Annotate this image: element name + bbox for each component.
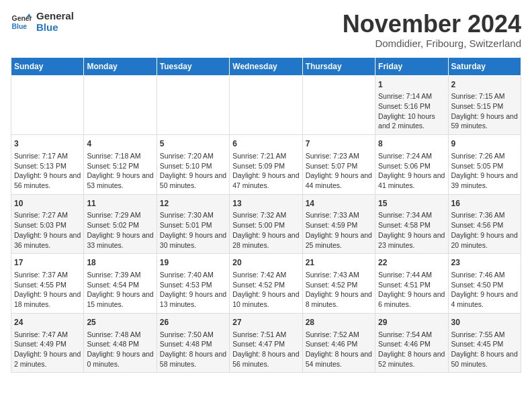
calendar-header-row: SundayMondayTuesdayWednesdayThursdayFrid…: [11, 57, 521, 75]
calendar-cell: [11, 75, 84, 135]
location-subtitle: Domdidier, Fribourg, Switzerland: [343, 38, 521, 49]
cell-content: Sunrise: 7:40 AM Sunset: 4:53 PM Dayligh…: [160, 270, 226, 310]
cell-content: Sunrise: 7:50 AM Sunset: 4:48 PM Dayligh…: [160, 330, 226, 369]
day-number: 30: [451, 317, 518, 328]
calendar-cell: 18Sunrise: 7:39 AM Sunset: 4:54 PM Dayli…: [84, 254, 157, 314]
day-number: 5: [160, 138, 226, 150]
day-number: 7: [306, 138, 372, 150]
calendar-cell: 10Sunrise: 7:27 AM Sunset: 5:03 PM Dayli…: [11, 194, 84, 254]
cell-content: Sunrise: 7:34 AM Sunset: 4:58 PM Dayligh…: [378, 210, 445, 250]
cell-content: Sunrise: 7:27 AM Sunset: 5:03 PM Dayligh…: [14, 210, 81, 250]
day-number: 17: [14, 257, 81, 269]
day-number: 18: [87, 257, 153, 269]
day-number: 13: [232, 198, 299, 210]
calendar-cell: 26Sunrise: 7:50 AM Sunset: 4:48 PM Dayli…: [157, 313, 229, 373]
cell-content: Sunrise: 7:43 AM Sunset: 4:52 PM Dayligh…: [306, 270, 372, 310]
day-number: 23: [451, 257, 518, 269]
weekday-header-friday: Friday: [375, 57, 448, 75]
calendar-cell: [302, 75, 375, 135]
logo-icon: General Blue: [11, 11, 32, 33]
calendar-cell: 27Sunrise: 7:51 AM Sunset: 4:47 PM Dayli…: [230, 313, 302, 373]
calendar-cell: 24Sunrise: 7:47 AM Sunset: 4:49 PM Dayli…: [11, 313, 84, 373]
calendar-cell: [230, 75, 302, 135]
svg-text:Blue: Blue: [12, 22, 28, 30]
calendar-cell: 29Sunrise: 7:54 AM Sunset: 4:46 PM Dayli…: [375, 313, 448, 373]
calendar-cell: 4Sunrise: 7:18 AM Sunset: 5:12 PM Daylig…: [84, 135, 157, 195]
day-number: 8: [378, 138, 445, 150]
cell-content: Sunrise: 7:46 AM Sunset: 4:50 PM Dayligh…: [451, 270, 518, 310]
calendar-cell: 16Sunrise: 7:36 AM Sunset: 4:56 PM Dayli…: [448, 194, 521, 254]
calendar-week-row: 3Sunrise: 7:17 AM Sunset: 5:13 PM Daylig…: [11, 135, 521, 195]
cell-content: Sunrise: 7:48 AM Sunset: 4:48 PM Dayligh…: [87, 330, 153, 369]
calendar-cell: [84, 75, 157, 135]
calendar-cell: 7Sunrise: 7:23 AM Sunset: 5:07 PM Daylig…: [302, 135, 375, 195]
day-number: 3: [14, 138, 81, 150]
cell-content: Sunrise: 7:37 AM Sunset: 4:55 PM Dayligh…: [14, 270, 81, 310]
calendar-cell: 8Sunrise: 7:24 AM Sunset: 5:06 PM Daylig…: [375, 135, 448, 195]
month-title: November 2024: [343, 11, 521, 38]
weekday-header-sunday: Sunday: [11, 57, 84, 75]
cell-content: Sunrise: 7:30 AM Sunset: 5:01 PM Dayligh…: [160, 210, 226, 250]
calendar-cell: 5Sunrise: 7:20 AM Sunset: 5:10 PM Daylig…: [157, 135, 229, 195]
calendar-cell: 25Sunrise: 7:48 AM Sunset: 4:48 PM Dayli…: [84, 313, 157, 373]
day-number: 29: [378, 317, 445, 328]
logo-blue: Blue: [36, 22, 74, 34]
calendar-cell: 11Sunrise: 7:29 AM Sunset: 5:02 PM Dayli…: [84, 194, 157, 254]
cell-content: Sunrise: 7:36 AM Sunset: 4:56 PM Dayligh…: [451, 210, 518, 250]
calendar-cell: 2Sunrise: 7:15 AM Sunset: 5:15 PM Daylig…: [448, 75, 521, 135]
day-number: 25: [87, 317, 153, 328]
cell-content: Sunrise: 7:23 AM Sunset: 5:07 PM Dayligh…: [306, 151, 372, 191]
day-number: 1: [378, 79, 445, 91]
title-block: November 2024 Domdidier, Fribourg, Switz…: [343, 11, 521, 49]
day-number: 26: [160, 317, 226, 328]
cell-content: Sunrise: 7:14 AM Sunset: 5:16 PM Dayligh…: [378, 91, 445, 131]
calendar-cell: 20Sunrise: 7:42 AM Sunset: 4:52 PM Dayli…: [230, 254, 302, 314]
cell-content: Sunrise: 7:24 AM Sunset: 5:06 PM Dayligh…: [378, 151, 445, 191]
calendar-week-row: 17Sunrise: 7:37 AM Sunset: 4:55 PM Dayli…: [11, 254, 521, 314]
cell-content: Sunrise: 7:39 AM Sunset: 4:54 PM Dayligh…: [87, 270, 153, 310]
calendar-cell: [157, 75, 229, 135]
calendar-cell: 17Sunrise: 7:37 AM Sunset: 4:55 PM Dayli…: [11, 254, 84, 314]
cell-content: Sunrise: 7:21 AM Sunset: 5:09 PM Dayligh…: [232, 151, 299, 191]
calendar-cell: 12Sunrise: 7:30 AM Sunset: 5:01 PM Dayli…: [157, 194, 229, 254]
calendar-week-row: 10Sunrise: 7:27 AM Sunset: 5:03 PM Dayli…: [11, 194, 521, 254]
day-number: 15: [378, 198, 445, 210]
day-number: 10: [14, 198, 81, 210]
calendar-cell: 21Sunrise: 7:43 AM Sunset: 4:52 PM Dayli…: [302, 254, 375, 314]
day-number: 6: [232, 138, 299, 150]
weekday-header-wednesday: Wednesday: [230, 57, 302, 75]
cell-content: Sunrise: 7:52 AM Sunset: 4:46 PM Dayligh…: [306, 330, 372, 369]
cell-content: Sunrise: 7:32 AM Sunset: 5:00 PM Dayligh…: [232, 210, 299, 250]
logo-general: General: [36, 11, 74, 22]
calendar-cell: 14Sunrise: 7:33 AM Sunset: 4:59 PM Dayli…: [302, 194, 375, 254]
day-number: 27: [232, 317, 299, 328]
calendar-cell: 15Sunrise: 7:34 AM Sunset: 4:58 PM Dayli…: [375, 194, 448, 254]
calendar-cell: 13Sunrise: 7:32 AM Sunset: 5:00 PM Dayli…: [230, 194, 302, 254]
cell-content: Sunrise: 7:33 AM Sunset: 4:59 PM Dayligh…: [306, 210, 372, 250]
day-number: 2: [451, 79, 518, 91]
calendar-cell: 23Sunrise: 7:46 AM Sunset: 4:50 PM Dayli…: [448, 254, 521, 314]
day-number: 4: [87, 138, 153, 150]
calendar-cell: 3Sunrise: 7:17 AM Sunset: 5:13 PM Daylig…: [11, 135, 84, 195]
day-number: 24: [14, 317, 81, 328]
day-number: 28: [306, 317, 372, 328]
calendar-cell: 9Sunrise: 7:26 AM Sunset: 5:05 PM Daylig…: [448, 135, 521, 195]
calendar-cell: 28Sunrise: 7:52 AM Sunset: 4:46 PM Dayli…: [302, 313, 375, 373]
weekday-header-tuesday: Tuesday: [157, 57, 229, 75]
day-number: 20: [232, 257, 299, 269]
day-number: 14: [306, 198, 372, 210]
day-number: 16: [451, 198, 518, 210]
cell-content: Sunrise: 7:54 AM Sunset: 4:46 PM Dayligh…: [378, 330, 445, 369]
calendar-table: SundayMondayTuesdayWednesdayThursdayFrid…: [11, 57, 521, 373]
cell-content: Sunrise: 7:15 AM Sunset: 5:15 PM Dayligh…: [451, 91, 518, 131]
weekday-header-monday: Monday: [84, 57, 157, 75]
cell-content: Sunrise: 7:44 AM Sunset: 4:51 PM Dayligh…: [378, 270, 445, 310]
cell-content: Sunrise: 7:47 AM Sunset: 4:49 PM Dayligh…: [14, 330, 81, 369]
calendar-week-row: 24Sunrise: 7:47 AM Sunset: 4:49 PM Dayli…: [11, 313, 521, 373]
weekday-header-thursday: Thursday: [302, 57, 375, 75]
calendar-cell: 19Sunrise: 7:40 AM Sunset: 4:53 PM Dayli…: [157, 254, 229, 314]
weekday-header-saturday: Saturday: [448, 57, 521, 75]
calendar-cell: 22Sunrise: 7:44 AM Sunset: 4:51 PM Dayli…: [375, 254, 448, 314]
day-number: 21: [306, 257, 372, 269]
cell-content: Sunrise: 7:17 AM Sunset: 5:13 PM Dayligh…: [14, 151, 81, 191]
